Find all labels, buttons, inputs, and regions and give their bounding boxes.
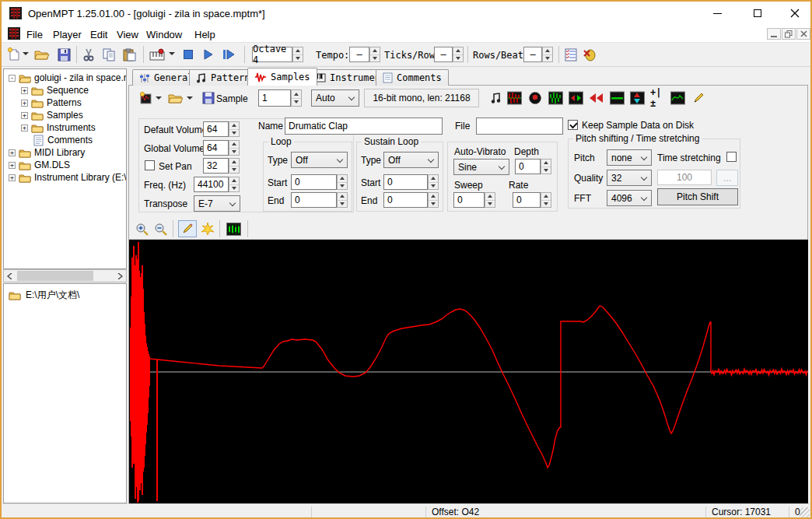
scrollbar-thumb[interactable] bbox=[17, 271, 93, 281]
global-volume-spinner[interactable] bbox=[229, 140, 240, 156]
stretch-more-button[interactable]: ... bbox=[716, 170, 738, 186]
maximize-button[interactable] bbox=[740, 2, 775, 25]
loop-type-combo[interactable]: Off bbox=[291, 152, 348, 168]
tree-item-gm-dls[interactable]: + GM.DLS bbox=[9, 159, 70, 171]
sustain-end-spinner[interactable] bbox=[428, 192, 439, 208]
resample-icon[interactable] bbox=[569, 91, 583, 105]
minimize-button[interactable] bbox=[699, 2, 735, 25]
loop-end-spinner[interactable] bbox=[337, 192, 348, 208]
mdi-close-button[interactable] bbox=[796, 28, 810, 40]
pattern-draw-icon[interactable] bbox=[226, 221, 241, 237]
menu-player[interactable]: Player bbox=[48, 27, 86, 42]
draw-sample-icon[interactable] bbox=[691, 91, 705, 105]
open-sample-icon[interactable] bbox=[168, 91, 183, 105]
stretch-amount-field[interactable]: 100 bbox=[657, 170, 712, 185]
vibrato-depth-field[interactable]: 0 bbox=[515, 159, 541, 174]
name-field[interactable]: Drumatic Clap bbox=[285, 117, 443, 135]
sustain-start-field[interactable]: 0 bbox=[383, 174, 428, 190]
tree-item-label[interactable]: GM.DLS bbox=[34, 160, 70, 170]
time-stretching-checkbox[interactable] bbox=[726, 152, 737, 162]
copy-icon[interactable] bbox=[101, 47, 117, 62]
scroll-right-icon[interactable] bbox=[114, 270, 126, 282]
file-field[interactable] bbox=[476, 117, 563, 135]
tree-horizontal-scrollbar[interactable] bbox=[3, 269, 127, 282]
new-sample-icon[interactable] bbox=[138, 91, 153, 105]
tree-item-samples[interactable]: + Samples bbox=[21, 109, 83, 121]
menu-edit[interactable]: Edit bbox=[86, 27, 112, 42]
amplify-icon[interactable] bbox=[548, 91, 563, 105]
draw-tool-button[interactable] bbox=[178, 220, 197, 237]
sustain-type-combo[interactable]: Off bbox=[383, 152, 439, 168]
transpose-combo[interactable]: E-7 bbox=[194, 195, 240, 212]
tab-label[interactable]: Comments bbox=[397, 72, 442, 83]
set-pan-checkbox[interactable] bbox=[145, 160, 155, 170]
tempo-spinner[interactable] bbox=[369, 47, 380, 62]
save-file-icon[interactable] bbox=[56, 47, 72, 62]
expand-icon[interactable]: + bbox=[9, 174, 16, 181]
menu-file[interactable]: File bbox=[22, 27, 47, 42]
tree-item-module[interactable]: - goluigi - zila in space.mp bbox=[9, 72, 127, 84]
tree-item-instruments[interactable]: + Instruments bbox=[21, 121, 96, 134]
keep-on-disk-checkbox[interactable] bbox=[568, 120, 578, 130]
set-pan-spinner[interactable] bbox=[229, 158, 240, 174]
tree-item-label[interactable]: Instruments bbox=[47, 122, 96, 133]
silence-icon[interactable] bbox=[610, 91, 625, 105]
pattern-properties-icon[interactable] bbox=[563, 47, 579, 62]
tree-item-label[interactable]: Comments bbox=[47, 135, 93, 146]
close-button[interactable] bbox=[777, 2, 812, 25]
ticks-spinner[interactable] bbox=[453, 47, 464, 62]
sample-number-spinner[interactable] bbox=[291, 89, 302, 107]
tree-item-label[interactable]: goluigi - zila in space.mp bbox=[34, 72, 127, 83]
library-path-item[interactable]: E:\用户\文档\ bbox=[9, 289, 79, 301]
collapse-icon[interactable]: - bbox=[9, 75, 16, 82]
rows-spinner[interactable] bbox=[542, 47, 553, 62]
new-file-icon[interactable] bbox=[6, 47, 22, 62]
octave-display[interactable]: Octave 4 bbox=[252, 47, 292, 62]
default-volume-spinner[interactable] bbox=[229, 121, 240, 137]
play-sample-note-icon[interactable] bbox=[488, 91, 503, 105]
expand-icon[interactable]: + bbox=[21, 112, 28, 119]
normalize-icon[interactable] bbox=[507, 91, 522, 105]
tree-item-label[interactable]: Sequence bbox=[47, 85, 89, 96]
loop-start-field[interactable]: 0 bbox=[291, 174, 337, 190]
open-sample-dropdown-icon[interactable] bbox=[187, 96, 193, 100]
open-file-icon[interactable] bbox=[34, 47, 50, 62]
new-file-dropdown-icon[interactable] bbox=[23, 52, 29, 55]
tempo-display[interactable]: — bbox=[349, 47, 369, 62]
generate-sample-icon[interactable] bbox=[200, 221, 215, 237]
library-path-label[interactable]: E:\用户\文档\ bbox=[26, 289, 79, 302]
new-sample-dropdown-icon[interactable] bbox=[156, 96, 162, 100]
expand-icon[interactable]: + bbox=[9, 162, 16, 169]
expand-icon[interactable]: + bbox=[21, 124, 28, 132]
quality-combo[interactable]: 32 bbox=[607, 170, 652, 186]
menu-view[interactable]: View bbox=[112, 27, 143, 42]
tab-label[interactable]: General bbox=[154, 72, 194, 83]
tree-item-midi-library[interactable]: + MIDI Library bbox=[9, 146, 85, 159]
zoom-in-icon[interactable] bbox=[134, 221, 149, 237]
vibrato-depth-spinner[interactable] bbox=[541, 159, 551, 174]
mdi-restore-button[interactable] bbox=[782, 28, 796, 40]
menu-window[interactable]: Window bbox=[142, 27, 187, 42]
record-icon[interactable] bbox=[527, 91, 542, 105]
menu-help[interactable]: Help bbox=[190, 27, 220, 42]
sustain-end-field[interactable]: 0 bbox=[383, 192, 428, 208]
sustain-start-spinner[interactable] bbox=[428, 174, 439, 190]
vibrato-rate-field[interactable]: 0 bbox=[513, 192, 541, 208]
midi-keyboard-icon[interactable] bbox=[149, 47, 165, 62]
save-sample-icon[interactable] bbox=[201, 91, 215, 105]
paste-icon[interactable] bbox=[121, 47, 137, 62]
tab-label[interactable]: Samples bbox=[271, 72, 310, 82]
tree-item-label[interactable]: MIDI Library bbox=[34, 147, 85, 158]
waveform-display[interactable] bbox=[129, 240, 808, 503]
expand-icon[interactable]: + bbox=[21, 87, 28, 94]
vibrato-rate-spinner[interactable] bbox=[541, 192, 551, 208]
frequency-spinner[interactable] bbox=[229, 177, 240, 192]
loop-end-field[interactable]: 0 bbox=[291, 192, 337, 208]
tab-comments[interactable]: Comments bbox=[376, 69, 449, 86]
zoom-out-icon[interactable] bbox=[152, 221, 168, 237]
rows-display[interactable]: — bbox=[523, 47, 542, 62]
vibrato-type-combo[interactable]: Sine bbox=[453, 159, 509, 175]
reverse-icon[interactable] bbox=[589, 91, 604, 105]
stop-icon[interactable] bbox=[180, 47, 196, 62]
unsign-icon[interactable]: +|± bbox=[650, 91, 665, 105]
